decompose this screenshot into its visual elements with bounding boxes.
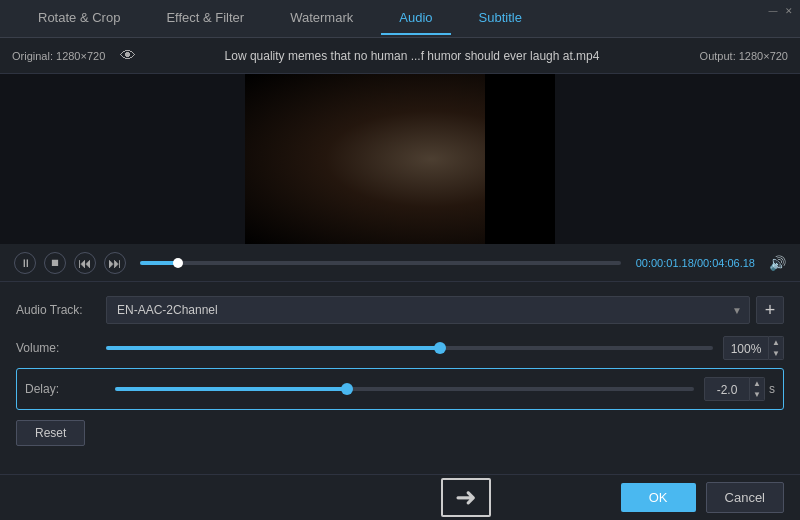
- tab-effect-filter[interactable]: Effect & Filter: [148, 2, 262, 35]
- progress-bar[interactable]: [140, 261, 621, 265]
- volume-value: 100%: [723, 336, 769, 360]
- reset-row: Reset: [16, 420, 784, 446]
- volume-label: Volume:: [16, 341, 106, 355]
- bottom-bar: ➜ OK Cancel: [0, 474, 800, 520]
- prev-button[interactable]: ⏮: [74, 252, 96, 274]
- delay-value: -2.0: [704, 377, 750, 401]
- video-frame: [245, 74, 555, 244]
- output-resolution: Output: 1280×720: [688, 50, 788, 62]
- audio-track-row: Audio Track: EN-AAC-2Channel ▼ +: [16, 296, 784, 324]
- delay-up-button[interactable]: ▲: [750, 378, 764, 389]
- reset-button[interactable]: Reset: [16, 420, 85, 446]
- delay-label: Delay:: [25, 382, 115, 396]
- volume-spinner: ▲ ▼: [769, 336, 784, 360]
- delay-spinner: ▲ ▼: [750, 377, 765, 401]
- audio-track-select[interactable]: EN-AAC-2Channel: [106, 296, 750, 324]
- delay-down-button[interactable]: ▼: [750, 389, 764, 400]
- info-bar: Original: 1280×720 👁 Low quality memes t…: [0, 38, 800, 74]
- next-button[interactable]: ⏭: [104, 252, 126, 274]
- filename-label: Low quality memes that no human ...f hum…: [136, 49, 688, 63]
- delay-slider[interactable]: [115, 387, 694, 391]
- tab-rotate-crop[interactable]: Rotate & Crop: [20, 2, 138, 35]
- arrow-right-icon: ➜: [441, 478, 491, 517]
- controls-bar: ⏸ ⏹ ⏮ ⏭ 00:00:01.18/00:04:06.18 🔊: [0, 244, 800, 282]
- minimize-button[interactable]: —: [766, 4, 780, 18]
- arrow-hint: ➜: [16, 478, 611, 517]
- progress-thumb: [173, 258, 183, 268]
- ok-button[interactable]: OK: [621, 483, 696, 512]
- window-chrome: — ✕: [766, 0, 800, 22]
- time-display: 00:00:01.18/00:04:06.18: [635, 257, 755, 269]
- original-resolution: Original: 1280×720: [12, 50, 112, 62]
- delay-fill: [115, 387, 347, 391]
- delay-row: Delay: -2.0 ▲ ▼ s: [25, 377, 775, 401]
- eye-icon[interactable]: 👁: [120, 47, 136, 65]
- tab-audio[interactable]: Audio: [381, 2, 450, 35]
- volume-thumb: [434, 342, 446, 354]
- delay-section: Delay: -2.0 ▲ ▼ s: [16, 368, 784, 410]
- volume-icon[interactable]: 🔊: [769, 255, 786, 271]
- delay-unit-label: s: [769, 382, 775, 396]
- volume-value-box: 100% ▲ ▼: [723, 336, 784, 360]
- video-preview: [0, 74, 800, 244]
- time-current: 00:00:01.18: [636, 257, 694, 269]
- volume-slider[interactable]: [106, 346, 713, 350]
- close-button[interactable]: ✕: [782, 4, 796, 18]
- audio-track-dropdown-container: EN-AAC-2Channel ▼: [106, 296, 750, 324]
- delay-value-box: -2.0 ▲ ▼ s: [704, 377, 775, 401]
- volume-down-button[interactable]: ▼: [769, 348, 783, 359]
- volume-fill: [106, 346, 440, 350]
- tab-watermark[interactable]: Watermark: [272, 2, 371, 35]
- audio-track-label: Audio Track:: [16, 303, 106, 317]
- volume-row: Volume: 100% ▲ ▼: [16, 336, 784, 360]
- cancel-button[interactable]: Cancel: [706, 482, 784, 513]
- stop-button[interactable]: ⏹: [44, 252, 66, 274]
- time-total: 00:04:06.18: [697, 257, 755, 269]
- add-audio-track-button[interactable]: +: [756, 296, 784, 324]
- pause-button[interactable]: ⏸: [14, 252, 36, 274]
- volume-up-button[interactable]: ▲: [769, 337, 783, 348]
- audio-panel: Audio Track: EN-AAC-2Channel ▼ + Volume:…: [0, 282, 800, 468]
- delay-thumb: [341, 383, 353, 395]
- tab-subtitle[interactable]: Subtitle: [461, 2, 540, 35]
- tab-bar: Rotate & Crop Effect & Filter Watermark …: [0, 0, 800, 38]
